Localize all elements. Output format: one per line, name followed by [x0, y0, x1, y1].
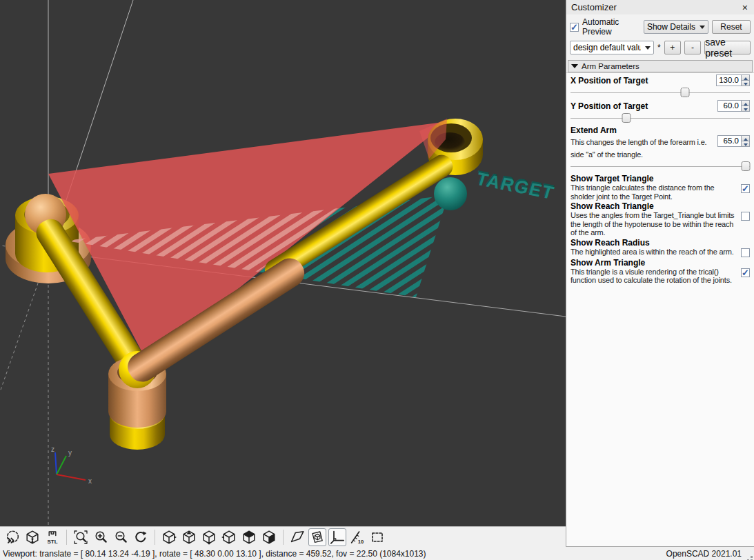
add-preset-button[interactable]: +: [664, 41, 681, 54]
show-arm-triangle-checkbox[interactable]: [741, 268, 750, 277]
slider-groove[interactable]: [571, 92, 750, 93]
param-label: X Position of Target: [571, 76, 716, 86]
toolbar-separator: [283, 530, 284, 545]
reset-button[interactable]: Reset: [712, 20, 751, 34]
export-stl-icon[interactable]: STL: [43, 528, 61, 546]
chevron-down-icon: [645, 46, 651, 50]
show-axes-icon[interactable]: [328, 528, 346, 546]
customizer-controls-row1: Automatic Preview Show Details Reset: [570, 17, 751, 37]
section-title: Arm Parameters: [582, 62, 639, 70]
status-bar: Viewport: translate = [ 80.14 13.24 -4.1…: [0, 547, 754, 560]
param-description: This changes the length of the forearm i…: [571, 138, 706, 159]
toggle-label: Show Reach Triangle: [571, 201, 750, 211]
preset-modified-marker: *: [657, 43, 661, 52]
parameters-area: X Position of Target 130.0 Y Position of…: [566, 72, 754, 546]
slider-handle[interactable]: [622, 113, 631, 123]
view-front-icon[interactable]: [240, 528, 258, 546]
show-scale-markers-icon[interactable]: 10: [348, 528, 366, 546]
arm-parameters-section-header[interactable]: Arm Parameters: [568, 60, 753, 72]
3d-viewport[interactable]: TARGET TARGET z y x: [0, 0, 566, 526]
spin-down-icon[interactable]: [741, 106, 750, 112]
toggle-label: Show Target Triangle: [571, 174, 750, 183]
extend-arm-spinbox[interactable]: 65.0: [717, 135, 750, 147]
toggle-show-target-triangle: Show Target Triangle This triangle calcu…: [571, 174, 750, 201]
spin-down-icon[interactable]: [741, 141, 750, 147]
toggle-show-reach-radius: Show Reach Radius The highlighted area i…: [571, 238, 750, 257]
svg-text:10: 10: [358, 539, 364, 545]
reset-view-icon[interactable]: [132, 528, 150, 546]
orthogonal-view-icon[interactable]: [308, 528, 326, 546]
toolbar-separator: [66, 530, 67, 545]
close-icon[interactable]: ×: [741, 3, 749, 12]
slider-groove[interactable]: [571, 166, 750, 167]
param-label: Y Position of Target: [571, 101, 717, 111]
preset-dropdown[interactable]: design default values: [570, 41, 654, 54]
view-back-icon[interactable]: [260, 528, 278, 546]
slider-handle[interactable]: [681, 88, 690, 97]
chevron-down-icon: [700, 26, 705, 29]
toggle-description: This triangle is a visule rendering of t…: [571, 268, 741, 285]
axis-z-label: z: [51, 446, 54, 453]
automatic-preview-label: Automatic Preview: [582, 17, 640, 37]
svg-text:STL: STL: [47, 539, 57, 545]
view-left-icon[interactable]: [220, 528, 238, 546]
view-top-icon[interactable]: [180, 528, 198, 546]
remove-preset-button[interactable]: -: [684, 41, 701, 54]
x-position-spinbox[interactable]: 130.0: [716, 74, 750, 86]
param-label: Extend Arm: [571, 126, 750, 135]
show-reach-radius-checkbox[interactable]: [741, 248, 750, 257]
scene-canvas: TARGET TARGET z y x: [0, 0, 566, 526]
toggle-show-arm-triangle: Show Arm Triangle This triangle is a vis…: [571, 258, 750, 285]
show-reach-triangle-checkbox[interactable]: [741, 212, 750, 221]
y-position-slider[interactable]: [571, 112, 750, 124]
toggle-description: This triangle calculates the distance fr…: [571, 183, 741, 201]
target-point-sphere: [434, 177, 467, 210]
render-icon[interactable]: [23, 528, 41, 546]
customizer-panel: Customizer × Automatic Preview Show Deta…: [566, 0, 754, 547]
app-version-label: OpenSCAD 2021.01: [666, 549, 742, 559]
preview-icon[interactable]: [3, 528, 21, 546]
openscad-window: TARGET TARGET z y x STL: [0, 0, 754, 560]
zoom-in-icon[interactable]: [92, 528, 110, 546]
toolbar-separator: [155, 530, 155, 545]
view-edges-icon[interactable]: [368, 528, 386, 546]
toggle-description: Uses the angles from the Target_Triangle…: [571, 211, 741, 237]
customizer-controls-row2: design default values * + - save preset: [570, 41, 751, 54]
zoom-out-icon[interactable]: [112, 528, 130, 546]
view-bottom-icon[interactable]: [200, 528, 218, 546]
spin-up-icon[interactable]: [741, 135, 750, 141]
spin-up-icon[interactable]: [741, 100, 750, 106]
details-dropdown[interactable]: Show Details: [644, 20, 708, 34]
automatic-preview-checkbox[interactable]: [570, 23, 579, 32]
param-extend-arm: Extend Arm 65.0 This changes the length …: [571, 126, 750, 172]
viewport-toolbar: STL: [0, 526, 566, 547]
toggle-label: Show Reach Radius: [571, 238, 750, 248]
perspective-view-icon[interactable]: [288, 528, 306, 546]
toggle-description: The highlighted area is within the reach…: [571, 248, 741, 257]
view-right-icon[interactable]: [160, 528, 178, 546]
x-position-slider[interactable]: [571, 87, 750, 99]
axis-x-label: x: [88, 477, 92, 485]
toggle-label: Show Arm Triangle: [571, 258, 750, 268]
save-preset-button[interactable]: save preset: [704, 41, 751, 54]
spin-down-icon[interactable]: [741, 81, 750, 86]
zoom-all-icon[interactable]: [72, 528, 90, 546]
viewport-status-text: Viewport: translate = [ 80.14 13.24 -4.1…: [3, 549, 666, 559]
param-x-position: X Position of Target 130.0: [571, 74, 750, 99]
customizer-title: Customizer: [571, 2, 741, 12]
collapse-arrow-icon: [571, 64, 578, 68]
show-target-triangle-checkbox[interactable]: [741, 184, 750, 193]
param-y-position: Y Position of Target 60.0: [571, 100, 750, 124]
spin-up-icon[interactable]: [741, 74, 750, 81]
resize-grip[interactable]: [751, 556, 753, 558]
slider-handle[interactable]: [741, 161, 750, 171]
axis-y-label: y: [68, 449, 72, 457]
slider-groove[interactable]: [571, 118, 750, 119]
toggle-show-reach-triangle: Show Reach Triangle Uses the angles from…: [571, 201, 750, 237]
customizer-titlebar: Customizer ×: [566, 0, 754, 14]
y-position-spinbox[interactable]: 60.0: [717, 100, 750, 112]
extend-arm-slider[interactable]: [571, 161, 750, 172]
